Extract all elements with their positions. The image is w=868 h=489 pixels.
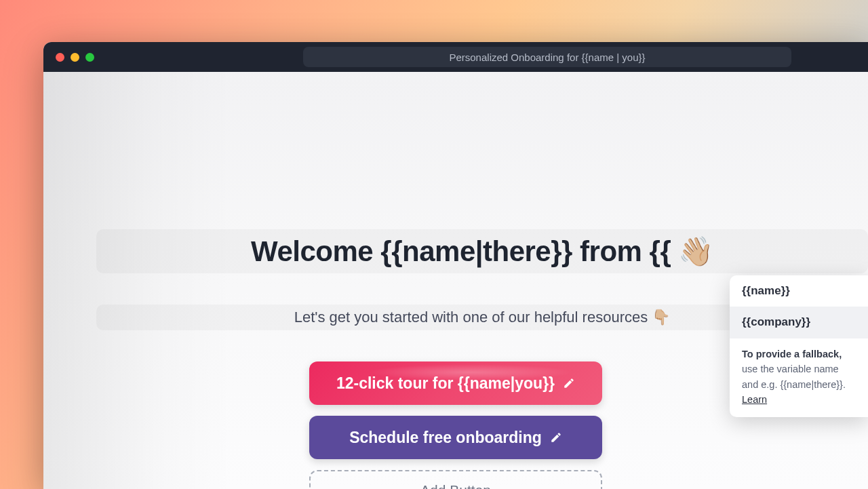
page-subheading: Let's get you started with one of our he… — [294, 309, 671, 326]
minimize-window-button[interactable] — [71, 53, 79, 62]
traffic-lights — [56, 53, 94, 62]
variable-autocomplete-panel: {{name}} {{company}} To provide a fallba… — [730, 275, 868, 417]
autocomplete-help-text: To provide a fallback, use the variable … — [730, 338, 868, 417]
cta-primary-label: 12-click tour for {{name|you}} — [336, 374, 555, 393]
add-button-label: Add Button — [420, 482, 491, 489]
help-lead: To provide a fallback, — [742, 349, 842, 359]
window-titlebar: Personalized Onboarding for {{name | you… — [43, 42, 868, 72]
heading-editable-row[interactable]: Welcome {{name|there}} from {{ 👋🏼 — [96, 229, 868, 273]
help-rest: use the variable name and e.g. {{name|th… — [742, 364, 846, 389]
close-window-button[interactable] — [56, 53, 64, 62]
cta-secondary-button[interactable]: Schedule free onboarding — [309, 416, 602, 459]
autocomplete-item-name[interactable]: {{name}} — [730, 275, 868, 307]
cta-secondary-label: Schedule free onboarding — [349, 429, 542, 447]
address-text: Personalized Onboarding for {{name | you… — [449, 52, 645, 63]
browser-window: Personalized Onboarding for {{name | you… — [43, 42, 868, 489]
maximize-window-button[interactable] — [85, 53, 94, 62]
address-bar[interactable]: Personalized Onboarding for {{name | you… — [303, 47, 791, 67]
learn-more-link[interactable]: Learn — [742, 394, 767, 405]
page-heading: Welcome {{name|there}} from {{ 👋🏼 — [251, 235, 713, 268]
pencil-icon — [563, 377, 575, 389]
autocomplete-item-company[interactable]: {{company}} — [730, 307, 868, 338]
cta-buttons-column: 12-click tour for {{name|you}} Schedule … — [309, 361, 602, 489]
pencil-icon — [550, 431, 562, 444]
add-button-placeholder[interactable]: Add Button — [309, 470, 602, 489]
cta-primary-button[interactable]: 12-click tour for {{name|you}} — [309, 361, 602, 405]
